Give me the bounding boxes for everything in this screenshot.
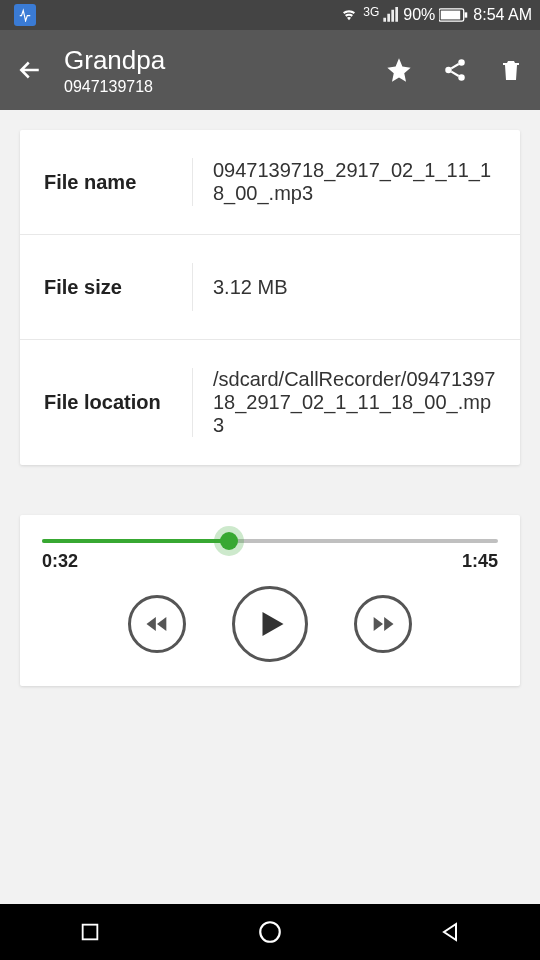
status-bar: 3G 90% 8:54 AM — [0, 0, 540, 30]
recent-apps-button[interactable] — [40, 921, 140, 943]
file-name-value: 0947139718_2917_02_1_11_18_00_.mp3 — [192, 158, 496, 206]
home-button[interactable] — [220, 919, 320, 945]
file-name-label: File name — [44, 171, 192, 194]
fast-forward-button[interactable] — [354, 595, 412, 653]
play-button[interactable] — [232, 586, 308, 662]
system-nav-bar — [0, 904, 540, 960]
svg-point-4 — [445, 67, 452, 74]
file-info-card: File name 0947139718_2917_02_1_11_18_00_… — [20, 130, 520, 465]
back-nav-button[interactable] — [400, 920, 500, 944]
progress-fill — [42, 539, 229, 543]
favorite-button[interactable] — [384, 55, 414, 85]
clock-time: 8:54 AM — [473, 6, 532, 24]
progress-slider[interactable] — [42, 539, 498, 543]
back-button[interactable] — [14, 54, 46, 86]
page-subtitle: 0947139718 — [64, 78, 366, 96]
svg-point-3 — [458, 59, 465, 65]
audio-player-card: 0:32 1:45 — [20, 515, 520, 686]
wifi-icon — [339, 7, 359, 23]
battery-percent: 90% — [403, 6, 435, 24]
file-location-label: File location — [44, 391, 192, 414]
battery-icon — [439, 7, 469, 23]
page-title: Grandpa — [64, 45, 366, 76]
share-button[interactable] — [440, 55, 470, 85]
svg-point-7 — [260, 922, 280, 942]
progress-thumb[interactable] — [220, 532, 238, 550]
file-size-row: File size 3.12 MB — [20, 235, 520, 340]
app-notification-icon — [14, 4, 36, 26]
main-content: File name 0947139718_2917_02_1_11_18_00_… — [0, 110, 540, 706]
file-location-row: File location /sdcard/CallRecorder/09471… — [20, 340, 520, 465]
total-time: 1:45 — [462, 551, 498, 572]
file-size-label: File size — [44, 276, 192, 299]
current-time: 0:32 — [42, 551, 78, 572]
svg-point-5 — [458, 74, 465, 81]
file-name-row: File name 0947139718_2917_02_1_11_18_00_… — [20, 130, 520, 235]
file-location-value: /sdcard/CallRecorder/0947139718_2917_02_… — [192, 368, 496, 437]
player-controls — [42, 586, 498, 662]
title-block: Grandpa 0947139718 — [64, 45, 366, 96]
file-size-value: 3.12 MB — [192, 263, 496, 311]
app-bar: Grandpa 0947139718 — [0, 30, 540, 110]
time-row: 0:32 1:45 — [42, 551, 498, 572]
delete-button[interactable] — [496, 55, 526, 85]
network-type-label: 3G — [363, 5, 379, 19]
signal-icon — [381, 7, 399, 23]
svg-rect-1 — [441, 11, 460, 20]
svg-rect-2 — [465, 12, 468, 17]
svg-rect-6 — [83, 925, 98, 940]
rewind-button[interactable] — [128, 595, 186, 653]
